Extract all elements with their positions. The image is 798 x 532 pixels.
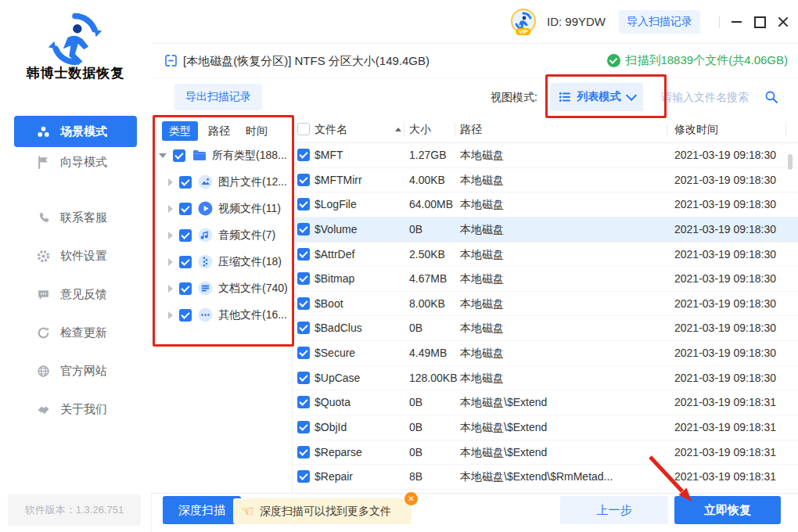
row-checkbox[interactable] <box>297 297 310 310</box>
export-scan-records-button[interactable]: 导出扫描记录 <box>174 84 262 110</box>
cell-path: 本地磁盘 <box>460 267 670 292</box>
tree-checkbox[interactable] <box>179 229 192 242</box>
filter-tab-time[interactable]: 时间 <box>239 121 275 141</box>
sidebar-item-label: 官方网站 <box>60 364 107 379</box>
row-checkbox[interactable] <box>297 272 310 285</box>
cell-filename: $Bitmap <box>315 267 354 292</box>
column-size[interactable]: 大小 <box>409 116 431 143</box>
sidebar-item-feedback[interactable]: 意见反馈 <box>14 282 137 306</box>
deep-scan-button[interactable]: 深度扫描 <box>163 496 241 524</box>
recover-now-button[interactable]: 立即恢复 <box>674 496 781 524</box>
tree-checkbox[interactable] <box>179 309 192 322</box>
table-row[interactable]: $ObjId0B本地磁盘\$Extend2021-03-19 09:18:31 <box>293 415 798 440</box>
caret-right-icon[interactable] <box>168 311 173 319</box>
table-row[interactable]: $Volume0B本地磁盘2021-03-19 09:18:30 <box>293 217 798 243</box>
table-row[interactable]: $Bitmap4.67MB本地磁盘2021-03-19 09:18:30 <box>293 267 798 292</box>
column-filename[interactable]: 文件名 <box>315 116 347 143</box>
tree-item[interactable]: 所有类型(188... <box>151 145 293 166</box>
vip-badge-icon[interactable]: VIP <box>511 9 536 34</box>
cell-modified: 2021-03-19 09:18:30 <box>674 243 776 268</box>
phone-icon <box>37 211 50 225</box>
caret-right-icon[interactable] <box>168 258 173 266</box>
cell-filename: $Boot <box>315 292 343 317</box>
table-row[interactable]: $BadClus0B本地磁盘2021-03-19 09:18:30 <box>293 316 798 341</box>
previous-step-button[interactable]: 上一步 <box>560 496 668 524</box>
header-separator <box>455 123 455 136</box>
sidebar-item-settings[interactable]: 软件设置 <box>14 244 137 268</box>
row-checkbox[interactable] <box>297 174 310 186</box>
row-checkbox[interactable] <box>297 248 310 261</box>
table-row[interactable]: $Repair8B本地磁盘\$Extend\$RmMetad...2021-03… <box>293 465 798 490</box>
table-row[interactable]: $Boot8.00KB本地磁盘2021-03-19 09:18:30 <box>293 292 798 317</box>
tree-checkbox[interactable] <box>173 149 185 162</box>
column-modified[interactable]: 修改时间 <box>674 116 718 143</box>
row-checkbox[interactable] <box>297 149 310 161</box>
view-mode-dropdown[interactable]: 列表模式 <box>550 83 643 111</box>
close-button[interactable] <box>774 13 793 31</box>
row-checkbox[interactable] <box>297 446 310 458</box>
cell-modified: 2021-03-19 09:18:31 <box>674 465 776 490</box>
other-icon <box>198 307 213 322</box>
table-row[interactable]: $Secure4.49MB本地磁盘2021-03-19 09:18:30 <box>293 341 798 366</box>
select-all-checkbox[interactable] <box>297 123 310 135</box>
tree-item[interactable]: 其他文件(16... <box>151 304 293 325</box>
import-scan-records-button[interactable]: 导入扫描记录 <box>619 10 700 34</box>
caret-right-icon[interactable] <box>168 232 173 239</box>
tree-item[interactable]: 压缩文件(18) <box>151 251 293 272</box>
row-checkbox[interactable] <box>297 470 310 483</box>
tree-item[interactable]: 视频文件(11) <box>151 198 293 219</box>
tree-checkbox[interactable] <box>179 282 192 295</box>
sidebar: 韩博士数据恢复 场景模式向导模式联系客服软件设置意见反馈检查更新官方网站关于我们… <box>0 0 152 532</box>
tooltip-close-icon[interactable] <box>404 492 418 505</box>
row-checkbox[interactable] <box>297 347 310 359</box>
vertical-scrollbar[interactable] <box>788 154 793 170</box>
search-input[interactable] <box>660 90 764 104</box>
column-path[interactable]: 路径 <box>460 116 482 143</box>
row-checkbox[interactable] <box>297 198 310 210</box>
sidebar-item-scene-mode[interactable]: 场景模式 <box>14 116 137 147</box>
tree-item[interactable]: 音频文件(7) <box>151 225 293 246</box>
filter-tab-type[interactable]: 类型 <box>162 121 198 141</box>
filter-tab-path[interactable]: 路径 <box>201 121 237 141</box>
row-checkbox[interactable] <box>297 396 310 408</box>
cell-modified: 2021-03-19 09:18:30 <box>674 316 776 341</box>
tree-checkbox[interactable] <box>179 176 192 189</box>
sidebar-item-contact-support[interactable]: 联系客服 <box>14 206 137 229</box>
row-checkbox[interactable] <box>297 421 310 433</box>
tree-checkbox[interactable] <box>179 203 192 215</box>
row-checkbox[interactable] <box>297 223 310 235</box>
filter-panel: 类型路径时间 所有类型(188...图片文件(12...视频文件(11)音频文件… <box>151 116 293 493</box>
maximize-button[interactable] <box>750 13 769 31</box>
caret-down-icon[interactable] <box>159 153 167 158</box>
list-view-icon <box>559 91 571 103</box>
cell-modified: 2021-03-19 09:18:30 <box>674 143 776 168</box>
table-row[interactable]: $AttrDef2.50KB本地磁盘2021-03-19 09:18:30 <box>293 243 798 268</box>
caret-right-icon[interactable] <box>168 178 173 186</box>
cell-path: 本地磁盘 <box>460 243 670 268</box>
sidebar-item-label: 场景模式 <box>60 124 107 139</box>
sort-ascending-icon[interactable] <box>395 128 401 131</box>
tree-checkbox[interactable] <box>179 256 192 268</box>
table-row[interactable]: $Reparse0B本地磁盘\$Extend2021-03-19 09:18:3… <box>293 440 798 466</box>
tree-item[interactable]: 图片文件(12... <box>151 171 293 192</box>
search-icon[interactable] <box>764 90 778 104</box>
minimize-button[interactable] <box>727 13 746 31</box>
sidebar-item-about-us[interactable]: 关于我们 <box>14 397 137 421</box>
table-row[interactable]: $Quota0B本地磁盘\$Extend2021-03-19 09:18:31 <box>293 390 798 415</box>
handshake-icon <box>37 403 50 416</box>
caret-right-icon[interactable] <box>168 285 173 293</box>
success-check-icon <box>607 54 620 67</box>
sidebar-item-official-site[interactable]: 官方网站 <box>14 359 137 383</box>
sidebar-item-wizard-mode[interactable]: 向导模式 <box>14 150 137 174</box>
table-row[interactable]: $UpCase128.00KB本地磁盘2021-03-19 09:18:30 <box>293 366 798 391</box>
sidebar-item-check-update[interactable]: 检查更新 <box>14 321 137 344</box>
row-checkbox[interactable] <box>297 372 310 384</box>
cell-filename: $Volume <box>315 217 357 243</box>
caret-right-icon[interactable] <box>168 205 173 213</box>
tree-item[interactable]: 文档文件(740) <box>151 278 293 299</box>
table-row[interactable]: $LogFile64.00MB本地磁盘2021-03-19 09:18:30 <box>293 192 798 217</box>
table-row[interactable]: $MFTMirr4.00KB本地磁盘2021-03-19 09:18:30 <box>293 168 798 193</box>
cell-modified: 2021-03-19 09:18:30 <box>674 168 776 193</box>
row-checkbox[interactable] <box>297 322 310 334</box>
table-row[interactable]: $MFT1.27GB本地磁盘2021-03-19 09:18:30 <box>293 143 798 168</box>
